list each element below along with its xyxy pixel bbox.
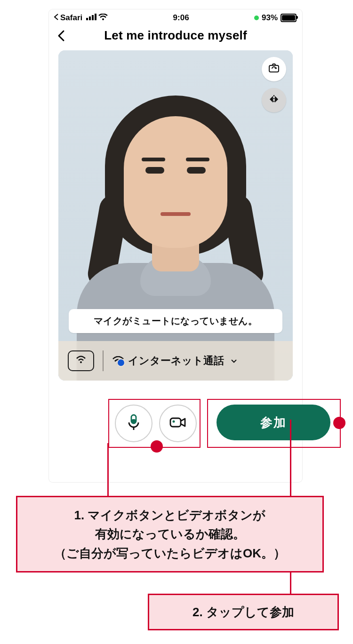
status-bar: Safari 9:06 93% [49,9,302,26]
switch-camera-icon [267,62,281,77]
page-title: Let me introduce myself [56,28,296,43]
svg-rect-1 [89,16,91,20]
cast-icon [75,356,87,366]
svg-rect-3 [95,14,96,20]
join-button[interactable]: 参加 [217,405,330,440]
join-button-label: 参加 [260,414,287,431]
nav-bar: Let me introduce myself [49,26,302,48]
cellular-icon [86,13,96,23]
battery-icon [281,14,297,22]
wifi-icon [98,13,108,23]
annotation-dot-2 [333,417,345,429]
back-to-app-label[interactable]: Safari [60,13,82,23]
svg-rect-0 [86,18,88,20]
annotation-1-line3: （ご自分が写っていたらビデオはOK。） [22,544,318,563]
mirror-video-button[interactable] [262,88,286,112]
video-camera-icon [169,416,187,431]
internet-audio-icon [112,356,124,366]
status-time: 9:06 [173,13,189,23]
video-preview: マイクがミュートになっていません。 インターネット通話 [58,50,293,381]
audio-option-select[interactable]: インターネット通話 [112,354,237,368]
switch-camera-button[interactable] [262,57,286,81]
annotation-dot-1 [151,440,163,453]
annotation-2-text: 2. タップして参加 [154,604,333,620]
annotation-1-line2: 有効になっているか確認。 [22,525,318,543]
svg-point-12 [173,421,175,423]
audio-options-bar: インターネット通話 [58,341,293,381]
annotation-leader-1 [107,443,109,496]
battery-percent: 93% [262,13,278,23]
svg-point-4 [102,18,104,20]
microphone-toggle-button[interactable] [115,405,152,442]
mute-status-toast: マイクがミュートになっていません。 [69,309,282,333]
mirror-icon [268,93,280,107]
audio-option-label: インターネット通話 [128,354,224,368]
microphone-icon [127,413,141,434]
camera-active-indicator-icon [254,16,259,20]
check-badge-icon [117,358,125,367]
annotation-callout-1: 1. マイクボタンとビデオボタンが 有効になっているか確認。 （ご自分が写ってい… [16,496,324,572]
divider [103,350,104,371]
svg-rect-2 [92,15,94,20]
phone-frame: Safari 9:06 93% Let me introduce myself [49,9,302,482]
svg-rect-9 [131,419,136,423]
camera-toggle-button[interactable] [159,405,197,442]
back-to-app-icon[interactable] [54,13,58,23]
svg-point-6 [80,361,82,363]
chevron-down-icon [231,355,237,367]
annotation-callout-2: 2. タップして参加 [148,594,339,630]
svg-rect-11 [170,418,181,427]
annotation-1-line1: 1. マイクボタンとビデオボタンが [22,506,318,525]
cast-button[interactable] [68,350,94,371]
